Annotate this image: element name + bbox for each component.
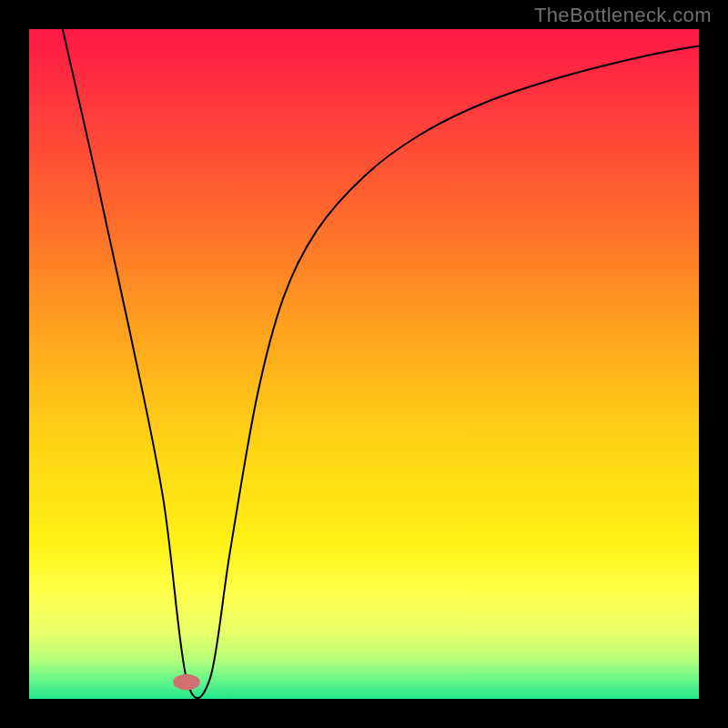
plot-background (29, 29, 699, 699)
chart-plot (29, 29, 699, 699)
chart-frame: TheBottleneck.com (0, 0, 728, 728)
optimum-marker (173, 674, 199, 691)
watermark-text: TheBottleneck.com (534, 4, 712, 27)
